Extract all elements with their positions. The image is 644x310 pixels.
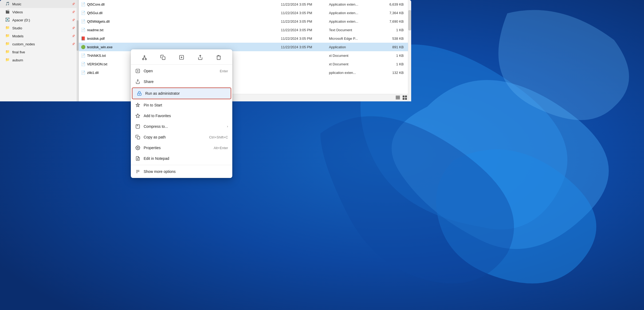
file-icon-version: 📄 <box>81 62 85 66</box>
file-size: 891 KB <box>377 45 409 49</box>
pin-to-start-label: Pin to Start <box>144 103 228 107</box>
sidebar-item-music[interactable]: 🎵 Music 📌 <box>0 0 78 8</box>
table-row[interactable]: 📄 Qt5Widgets.dll 11/22/2024 3:05 PM Appl… <box>79 17 411 26</box>
notepad-icon <box>135 156 140 161</box>
file-modified: 11/22/2024 3:05 PM <box>281 2 329 6</box>
open-label: Open <box>144 69 217 73</box>
share-menu-item[interactable]: Share <box>131 76 232 87</box>
table-row[interactable]: 📄 VERSION.txt xt Document 1 KB <box>79 60 411 68</box>
edit-in-notepad-menu-item[interactable]: Edit in Notepad <box>131 153 232 164</box>
pin-icon-4: 📌 <box>72 26 75 30</box>
file-size: 132 KB <box>377 71 409 75</box>
folder-icon-1: 📁 <box>5 26 10 30</box>
svg-rect-10 <box>162 57 165 60</box>
file-icon-exe: 🟢 <box>81 45 85 49</box>
file-icon-dll2: 📄 <box>81 11 85 15</box>
run-as-admin-label: Run as administrator <box>145 91 226 96</box>
folder-icon-5: 📁 <box>5 58 10 62</box>
file-icon-pdf: 📕 <box>81 36 85 41</box>
file-name-text: VERSION.txt <box>87 62 107 66</box>
file-type: pplication exten... <box>329 71 377 75</box>
file-modified: 11/22/2024 3:05 PM <box>281 19 329 23</box>
run-as-admin-menu-item[interactable]: Run as administrator <box>132 88 231 99</box>
show-more-options-menu-item[interactable]: Show more options <box>131 166 232 177</box>
add-to-favorites-menu-item[interactable]: Add to Favorites <box>131 110 232 121</box>
sidebar-item-models[interactable]: 📁 Models 📌 <box>0 32 78 40</box>
rename-button[interactable] <box>177 53 186 62</box>
sidebar-item-final-five-label: final five <box>12 50 25 54</box>
file-name-text: testdisk_win.exe <box>87 45 112 49</box>
cut-button[interactable] <box>140 53 149 62</box>
table-row[interactable]: 📄 Qt5Core.dll 11/22/2024 3:05 PM Applica… <box>79 0 411 9</box>
delete-button[interactable] <box>214 53 223 62</box>
grid-view-button[interactable] <box>402 95 408 100</box>
show-more-options-label: Show more options <box>144 169 228 174</box>
svg-point-9 <box>145 58 146 60</box>
table-row[interactable]: 📄 readme.txt 11/22/2024 3:05 PM Text Doc… <box>79 26 411 34</box>
svg-rect-7 <box>405 98 407 100</box>
properties-label: Properties <box>144 146 210 150</box>
sidebar-item-custom-nodes[interactable]: 📁 custom_nodes 📌 <box>0 40 78 48</box>
file-name-text: readme.txt <box>87 28 103 32</box>
copy-as-path-menu-item[interactable]: Copy as path Ctrl+Shift+C <box>131 132 232 142</box>
file-type: Application <box>329 45 377 49</box>
pin-icon-5: 📌 <box>72 34 75 38</box>
svg-rect-1 <box>396 96 400 97</box>
sidebar-item-drive[interactable]: 💽 Apacer (D:) 📌 <box>0 16 78 24</box>
copy-as-path-label: Copy as path <box>144 135 206 139</box>
file-icon-txt: 📄 <box>81 28 85 32</box>
file-name-text: Qt5Widgets.dll <box>87 19 110 23</box>
file-icon-thanks: 📄 <box>81 53 85 58</box>
share-toolbar-button[interactable] <box>195 53 205 62</box>
file-modified: 11/22/2024 3:05 PM <box>281 11 329 15</box>
properties-menu-item[interactable]: Properties Alt+Enter <box>131 142 232 153</box>
sidebar-item-videos[interactable]: 🎬 Videos 📌 <box>0 8 78 16</box>
copy-as-path-icon <box>135 134 140 140</box>
compress-to-label: Compress to... <box>144 124 224 129</box>
view-buttons <box>395 95 408 100</box>
file-name-text: Qt5Core.dll <box>87 2 105 6</box>
pin-icon-3: 📌 <box>72 18 75 22</box>
file-size: 7,364 KB <box>377 11 409 15</box>
pin-to-start-menu-item[interactable]: Pin to Start <box>131 100 232 110</box>
show-more-icon <box>135 169 140 174</box>
scrollbar-thumb[interactable] <box>77 20 78 51</box>
context-menu-divider <box>131 165 232 165</box>
properties-shortcut: Alt+Enter <box>214 146 228 150</box>
open-menu-item[interactable]: Open Enter <box>131 66 232 76</box>
sidebar-item-studio-label: Studio <box>12 26 22 30</box>
table-row[interactable]: 📄 Qt5Gui.dll 11/22/2024 3:05 PM Applicat… <box>79 9 411 17</box>
add-to-favorites-label: Add to Favorites <box>144 114 228 118</box>
open-icon <box>135 68 140 74</box>
sidebar-item-videos-label: Videos <box>12 10 23 14</box>
list-view-button[interactable] <box>395 95 401 100</box>
file-size: 7,690 KB <box>377 19 409 23</box>
folder-icon-3: 📁 <box>5 42 10 46</box>
sidebar-item-music-label: Music <box>12 2 21 6</box>
file-type: Application exten... <box>329 11 377 15</box>
file-type: Application exten... <box>329 19 377 23</box>
table-row[interactable]: 📕 testdisk.pdf 11/22/2024 3:05 PM Micros… <box>79 34 411 43</box>
svg-rect-5 <box>405 96 407 97</box>
explorer-sidebar: 🎵 Music 📌 🎬 Videos 📌 💽 Apacer (D:) 📌 📁 S… <box>0 0 79 101</box>
file-icon-zlib: 📄 <box>81 70 85 75</box>
file-name-text: THANKS.txt <box>87 54 106 58</box>
svg-point-20 <box>137 147 139 149</box>
edit-in-notepad-label: Edit in Notepad <box>144 156 228 161</box>
copy-button[interactable] <box>158 53 168 62</box>
table-row-selected[interactable]: 🟢 testdisk_win.exe 11/22/2024 3:05 PM Ap… <box>79 43 411 51</box>
table-row[interactable]: 📄 zlib1.dll pplication exten... 132 KB <box>79 68 411 77</box>
table-row[interactable]: 📄 THANKS.txt xt Document 1 KB <box>79 51 411 60</box>
sidebar-item-studio[interactable]: 📁 Studio 📌 <box>0 24 78 32</box>
sidebar-item-final-five[interactable]: 📁 final five <box>0 48 78 56</box>
file-type: Text Document <box>329 28 377 32</box>
run-as-admin-icon <box>137 91 142 96</box>
window-scrollbar-thumb[interactable] <box>408 10 411 30</box>
compress-to-menu-item[interactable]: Compress to... › <box>131 121 232 132</box>
compress-icon <box>135 124 140 129</box>
sidebar-item-auburn-label: auburn <box>12 58 23 62</box>
window-scrollbar <box>408 0 411 101</box>
sidebar-item-auburn[interactable]: 📁 auburn <box>0 56 78 64</box>
pin-icon: 📌 <box>72 2 75 6</box>
compress-arrow-icon: › <box>227 125 228 128</box>
